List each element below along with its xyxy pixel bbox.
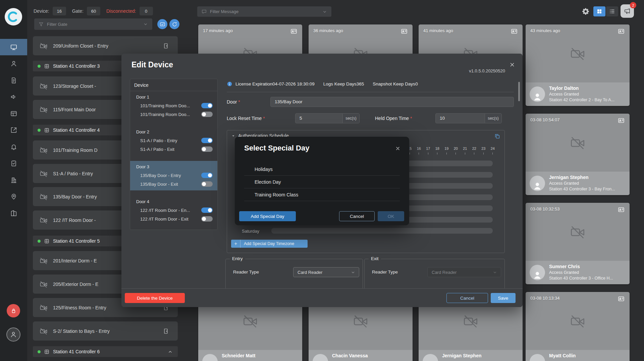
announcements-button[interactable]: 2 <box>621 4 634 18</box>
license-label: License Expiration <box>235 81 272 86</box>
door-enable-toggle[interactable] <box>201 138 213 143</box>
sidebar-item-broadcast[interactable] <box>0 88 27 105</box>
sidebar-item-users[interactable] <box>0 55 27 72</box>
add-special-day-timezone-button[interactable]: Add Special Day Timezone <box>231 240 308 248</box>
station-label: Station 41 Controller 5 <box>53 238 100 244</box>
door-group-4[interactable]: Door 4 122 /IT Room Door - En... 122 /IT… <box>130 196 217 225</box>
door-group-1[interactable]: Door 1 101/Training Room Doo... 101/Trai… <box>130 91 217 121</box>
person-icon <box>532 359 542 361</box>
special-day-option[interactable]: Election Day <box>244 176 400 188</box>
sidebar-item-alerts[interactable] <box>0 138 27 155</box>
door-group-3-selected[interactable]: Door 3 135/Bay Door - Entry 135/Bay Door… <box>130 161 217 190</box>
close-icon[interactable] <box>509 62 515 68</box>
station-label: Station 43 Controller 3 - Office H... <box>549 276 626 281</box>
door-group-label: Door 4 <box>130 198 217 206</box>
door-item[interactable]: S1-A / Patio - Exit <box>130 145 217 154</box>
door-item[interactable]: 135/Bay Door - Entry <box>130 171 217 180</box>
refresh-gates-button[interactable] <box>169 19 179 29</box>
user-profile-button[interactable] <box>6 327 20 342</box>
id-card-icon <box>617 28 626 35</box>
info-icon <box>227 81 232 87</box>
door-item[interactable]: S1-A / Patio - Entry <box>130 136 217 145</box>
event-card[interactable]: 03-08 10:32:53 Sumner Chris Access Grant… <box>526 203 630 284</box>
clipboard-check-icon <box>10 160 17 167</box>
sidebar-item-records[interactable] <box>0 72 27 88</box>
id-card-icon <box>617 295 626 302</box>
door-item[interactable]: 122 /IT Room Door - Exit <box>130 215 217 223</box>
dialog-ok-button-disabled[interactable]: OK <box>378 211 404 221</box>
person-icon <box>315 359 325 361</box>
special-day-option[interactable]: Holidays <box>244 163 400 176</box>
gate-icon <box>10 209 17 217</box>
event-card[interactable]: 03-08 10:54:07 Jernigan Stephen Access G… <box>526 114 630 195</box>
copy-schedule-icon[interactable] <box>494 133 500 139</box>
hour-tick <box>488 153 497 155</box>
sidebar-item-facility[interactable] <box>0 172 27 188</box>
door-item[interactable]: 101/Training Room Doo... <box>130 110 217 119</box>
person-name: Taylor Dalton <box>549 85 579 91</box>
online-dot <box>38 240 41 243</box>
lock-reset-input[interactable]: 5 sec(s) <box>295 113 360 123</box>
filter-gate-select[interactable]: Filter Gate <box>34 18 152 30</box>
chevron-down-icon <box>492 270 497 275</box>
settings-gear-icon[interactable] <box>581 7 590 16</box>
door-enable-toggle[interactable] <box>201 146 213 152</box>
grid-view-button[interactable] <box>593 6 605 16</box>
door-enable-toggle[interactable] <box>201 181 213 187</box>
add-special-day-button[interactable]: Add Special Day <box>239 211 296 221</box>
snapshot-gates-button[interactable] <box>157 19 167 29</box>
door-item[interactable]: 135/Bay Door - Exit <box>130 180 217 188</box>
door-enable-toggle[interactable] <box>201 173 213 178</box>
entry-reader-type-select[interactable]: Card Reader <box>293 267 359 277</box>
door-group-2[interactable]: Door 2 S1-A / Patio - Entry S1-A / Patio… <box>130 126 217 156</box>
save-button[interactable]: Save <box>491 293 516 303</box>
close-icon[interactable] <box>395 146 400 151</box>
profile-icon <box>10 331 17 338</box>
document-icon <box>10 77 17 84</box>
card-check-icon <box>160 21 165 27</box>
special-day-option[interactable]: Training Room Class <box>244 188 400 201</box>
lockdown-button[interactable] <box>7 304 20 317</box>
gate-count-badge: 60 <box>87 7 100 15</box>
door-item[interactable]: 122 /IT Room Door - En... <box>130 206 217 215</box>
cancel-button[interactable]: Cancel <box>446 293 488 303</box>
chevron-up-icon[interactable] <box>167 349 173 355</box>
sidebar-item-export[interactable] <box>0 122 27 138</box>
sidebar-item-gates[interactable] <box>0 205 27 221</box>
door-enable-toggle[interactable] <box>201 103 213 108</box>
gate-label: S1-A / Patio - Entry <box>53 171 93 176</box>
modal-scrollbar[interactable] <box>518 82 520 101</box>
filter-message-select[interactable]: Filter Message <box>197 6 331 17</box>
lock-reset-value[interactable]: 5 <box>296 114 342 123</box>
door-item[interactable]: 101/Training Room Doo... <box>130 101 217 110</box>
door-enable-toggle[interactable] <box>201 216 213 222</box>
sidebar-item-devices[interactable] <box>0 105 27 122</box>
held-open-value[interactable]: 10 <box>436 114 485 123</box>
event-card[interactable]: 43 minutes ago Taylor Dalton Access Gran… <box>526 24 630 106</box>
gate-list-item[interactable]: 209/Uniform Closet - Entry <box>33 36 178 55</box>
held-open-input[interactable]: 10 sec(s) <box>435 113 502 123</box>
event-card[interactable]: 03-08 10:13:34 Myatt Collin <box>526 292 630 361</box>
list-view-button[interactable] <box>606 6 618 16</box>
camera-off-icon <box>240 313 260 329</box>
door-enable-toggle[interactable] <box>201 112 213 117</box>
event-time: 03-08 10:13:34 <box>530 296 559 301</box>
gate-list-item[interactable]: S-2/ Station to Bays - Entry <box>33 321 178 341</box>
door-name-input[interactable]: 135/Bay Door <box>270 97 514 107</box>
schedule-timezone-bar[interactable] <box>271 228 493 234</box>
camera-off-icon <box>568 46 587 61</box>
sidebar-item-tasks[interactable] <box>0 155 27 171</box>
dialog-cancel-button[interactable]: Cancel <box>339 211 375 221</box>
sidebar-item-monitor[interactable] <box>0 39 27 55</box>
app-logo[interactable] <box>4 8 22 26</box>
event-info: Sumner Chris Access Granted Station 43 C… <box>526 261 630 284</box>
access-status: Access Granted <box>549 92 579 97</box>
held-open-label: Held Open Time <box>375 116 412 121</box>
door-enable-toggle[interactable] <box>201 207 213 213</box>
delete-device-button[interactable]: Delete the Device <box>125 293 185 303</box>
avatar <box>530 265 545 280</box>
camera-off-icon <box>568 135 587 151</box>
sidebar-item-map[interactable] <box>0 188 27 204</box>
modal-title: Edit Device <box>131 60 173 69</box>
station-header[interactable]: Station 41 Controller 6 <box>33 346 178 357</box>
